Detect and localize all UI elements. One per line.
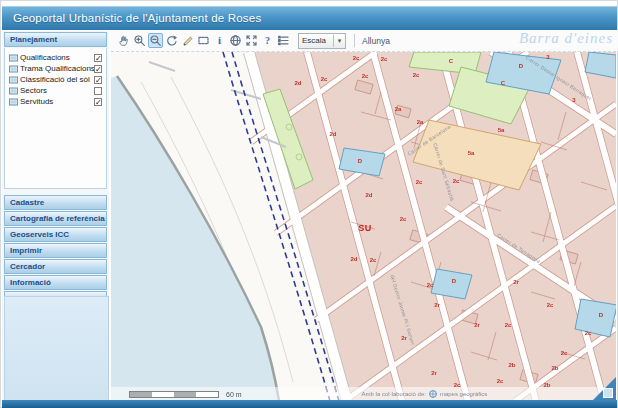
- zone-label: D: [358, 158, 362, 164]
- sidebar-panel-3[interactable]: Imprimir: [4, 243, 107, 258]
- layer-row-0[interactable]: Qualificacions✓: [5, 52, 106, 63]
- geoservices-button[interactable]: [228, 33, 243, 48]
- layer-icon: [9, 54, 20, 62]
- globe-icon: [229, 34, 242, 47]
- layer-row-2[interactable]: Classificació del sòl✓: [5, 74, 106, 85]
- map-status-strip: 60 m Amb la col·laboració de: mapes geog…: [111, 387, 616, 401]
- zone-label: 3: [546, 54, 549, 60]
- zone-label: D: [452, 278, 456, 284]
- full-extent-icon: [245, 34, 258, 47]
- zone-label: 2c: [585, 330, 592, 336]
- full-extent-button[interactable]: [244, 33, 259, 48]
- measure-pencil-icon: [181, 34, 194, 47]
- page-title: Geoportal Urbanístic de l'Ajuntament de …: [2, 7, 617, 30]
- info-button[interactable]: i: [212, 33, 227, 48]
- zone-label: 2r: [513, 279, 519, 285]
- layer-checkbox[interactable]: [94, 87, 102, 95]
- sidebar-panel-planejament[interactable]: Planejament: [4, 32, 107, 47]
- layer-row-3[interactable]: Sectors: [5, 85, 106, 96]
- toolbar-watermark: Barra d'eines: [519, 30, 613, 47]
- zone-label: 2c: [353, 55, 360, 61]
- sidebar: Planejament Qualificacions✓Trama Qualifi…: [2, 31, 109, 400]
- zoom-out-button[interactable]: [148, 33, 163, 48]
- extent-select-button[interactable]: [196, 33, 211, 48]
- map-canvas[interactable]: 2d2c2c2c2c2c2a2a2dD2c2c2dSU2c2d2cCDC335a…: [111, 51, 616, 401]
- scale-dropdown[interactable]: Escala ▾: [298, 33, 346, 49]
- svg-text:i: i: [218, 34, 221, 46]
- layer-label: Classificació del sòl: [20, 75, 94, 84]
- layer-checkbox[interactable]: ✓: [94, 65, 102, 73]
- zoom-in-button[interactable]: [132, 33, 147, 48]
- attribution-suffix: mapes geogràfics: [440, 391, 487, 397]
- layer-checkbox[interactable]: ✓: [94, 98, 102, 106]
- zone-label: C: [449, 58, 453, 64]
- zoom-out-icon: [149, 34, 162, 47]
- toolbar-separator: [354, 34, 355, 47]
- scale-dropdown-label: Escala: [299, 36, 333, 45]
- layer-label: Qualificacions: [20, 53, 94, 62]
- zone-label: 2c: [321, 76, 328, 82]
- layer-label: Trama Qualificacions: [20, 64, 94, 73]
- zone-label: 2b: [508, 362, 515, 368]
- bottom-status-bar: [2, 400, 617, 408]
- zone-label: 2r: [401, 335, 407, 341]
- attribution-prefix: Amb la col·laboració de:: [362, 391, 426, 397]
- zone-label: 2r: [474, 322, 480, 328]
- zone-label: 2r: [434, 302, 440, 308]
- legend-button[interactable]: [276, 33, 291, 48]
- layer-tree: Qualificacions✓Trama Qualificacions✓Clas…: [4, 48, 107, 189]
- layer-icon: [9, 98, 20, 106]
- zone-label: 5a: [468, 150, 475, 156]
- zone-label: 2c: [427, 282, 434, 288]
- map-attribution: Amb la col·laboració de: mapes geogràfic…: [362, 390, 488, 398]
- zone-label: 2c: [453, 178, 460, 184]
- zone-label: 2c: [362, 73, 369, 79]
- previous-extent-button[interactable]: [164, 33, 179, 48]
- pan-button[interactable]: [116, 33, 131, 48]
- scale-bar-label: 60 m: [226, 391, 242, 398]
- collaborator-logo: [429, 390, 437, 398]
- zone-label: 2c: [381, 56, 388, 62]
- zone-label: 2b: [551, 365, 558, 371]
- zone-label: 5a: [498, 127, 505, 133]
- layer-label: Servituds: [20, 97, 94, 106]
- zone-label: D: [599, 312, 603, 318]
- layer-icon: [9, 65, 20, 73]
- zone-label: 2c: [413, 72, 420, 78]
- measure-button[interactable]: [180, 33, 195, 48]
- active-tool-label: Allunya: [362, 36, 390, 46]
- layer-checkbox[interactable]: ✓: [94, 76, 102, 84]
- zone-label: 2d: [294, 80, 301, 86]
- sidebar-panel-0[interactable]: Cadastre: [4, 195, 107, 210]
- zone-label: 2a: [417, 119, 424, 125]
- zone-label: 2d: [365, 192, 372, 198]
- extent-box-icon: [197, 34, 210, 47]
- zoom-in-icon: [133, 34, 146, 47]
- sidebar-panel-5[interactable]: Informació: [4, 275, 107, 290]
- zone-label: C: [501, 80, 505, 86]
- legend-list-icon: [277, 34, 290, 47]
- layer-row-4[interactable]: Servituds✓: [5, 96, 106, 107]
- zone-label: 2c: [400, 216, 407, 222]
- help-icon: ?: [261, 34, 274, 47]
- collapsed-panels: CadastreCartografia de referènciaGeoserv…: [2, 194, 109, 307]
- zone-label: 2c: [416, 179, 423, 185]
- zone-label: D: [519, 63, 523, 69]
- zone-label: 2d: [350, 256, 357, 262]
- sidebar-panel-1[interactable]: Cartografia de referència: [4, 211, 107, 226]
- zone-label: 2c: [370, 257, 377, 263]
- zone-label: 2d: [329, 131, 336, 137]
- sidebar-panel-4[interactable]: Cercador: [4, 259, 107, 274]
- layer-icon: [9, 87, 20, 95]
- zone-label: 2c: [497, 378, 504, 384]
- zone-label: 2c: [561, 350, 568, 356]
- help-button[interactable]: ?: [260, 33, 275, 48]
- sidebar-panel-2[interactable]: Geoserveis ICC: [4, 227, 107, 242]
- previous-extent-icon: [165, 34, 178, 47]
- chevron-down-icon: ▾: [333, 35, 345, 47]
- layer-checkbox[interactable]: ✓: [94, 54, 102, 62]
- layer-row-1[interactable]: Trama Qualificacions✓: [5, 63, 106, 74]
- info-icon: i: [213, 34, 226, 47]
- zone-label: 2c: [505, 322, 512, 328]
- zone-label: 2a: [395, 106, 402, 112]
